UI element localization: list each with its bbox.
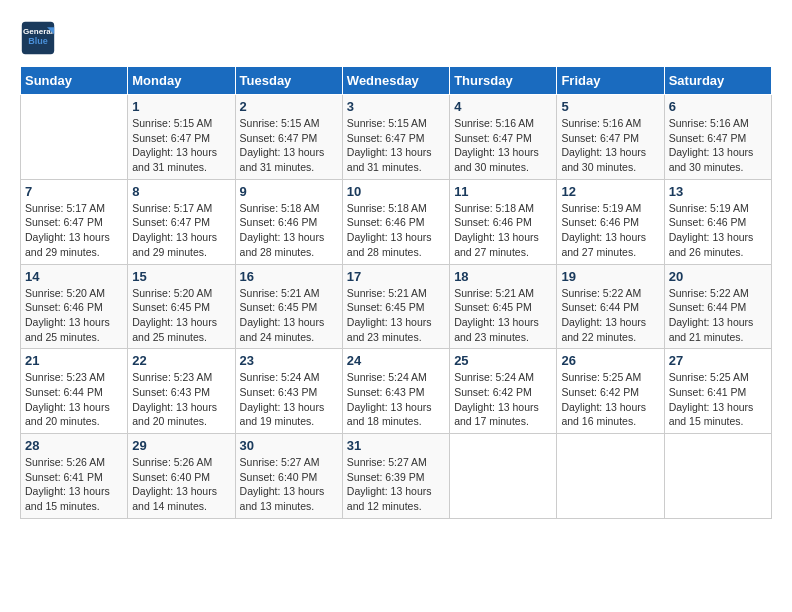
calendar-cell: 14Sunrise: 5:20 AM Sunset: 6:46 PM Dayli… xyxy=(21,264,128,349)
calendar-cell: 18Sunrise: 5:21 AM Sunset: 6:45 PM Dayli… xyxy=(450,264,557,349)
day-number: 2 xyxy=(240,99,338,114)
day-number: 28 xyxy=(25,438,123,453)
calendar-cell xyxy=(21,95,128,180)
weekday-header-friday: Friday xyxy=(557,67,664,95)
day-info: Sunrise: 5:21 AM Sunset: 6:45 PM Dayligh… xyxy=(347,286,445,345)
day-info: Sunrise: 5:24 AM Sunset: 6:43 PM Dayligh… xyxy=(240,370,338,429)
calendar-cell: 1Sunrise: 5:15 AM Sunset: 6:47 PM Daylig… xyxy=(128,95,235,180)
day-number: 27 xyxy=(669,353,767,368)
calendar-cell xyxy=(557,434,664,519)
calendar-cell: 20Sunrise: 5:22 AM Sunset: 6:44 PM Dayli… xyxy=(664,264,771,349)
calendar-cell: 17Sunrise: 5:21 AM Sunset: 6:45 PM Dayli… xyxy=(342,264,449,349)
day-info: Sunrise: 5:19 AM Sunset: 6:46 PM Dayligh… xyxy=(561,201,659,260)
day-info: Sunrise: 5:15 AM Sunset: 6:47 PM Dayligh… xyxy=(132,116,230,175)
day-info: Sunrise: 5:25 AM Sunset: 6:42 PM Dayligh… xyxy=(561,370,659,429)
day-number: 9 xyxy=(240,184,338,199)
calendar-cell: 10Sunrise: 5:18 AM Sunset: 6:46 PM Dayli… xyxy=(342,179,449,264)
calendar-cell: 16Sunrise: 5:21 AM Sunset: 6:45 PM Dayli… xyxy=(235,264,342,349)
day-number: 23 xyxy=(240,353,338,368)
calendar-cell: 26Sunrise: 5:25 AM Sunset: 6:42 PM Dayli… xyxy=(557,349,664,434)
day-info: Sunrise: 5:23 AM Sunset: 6:44 PM Dayligh… xyxy=(25,370,123,429)
day-info: Sunrise: 5:20 AM Sunset: 6:45 PM Dayligh… xyxy=(132,286,230,345)
day-number: 7 xyxy=(25,184,123,199)
day-number: 25 xyxy=(454,353,552,368)
calendar-week-row: 21Sunrise: 5:23 AM Sunset: 6:44 PM Dayli… xyxy=(21,349,772,434)
day-info: Sunrise: 5:21 AM Sunset: 6:45 PM Dayligh… xyxy=(454,286,552,345)
day-info: Sunrise: 5:15 AM Sunset: 6:47 PM Dayligh… xyxy=(240,116,338,175)
day-info: Sunrise: 5:17 AM Sunset: 6:47 PM Dayligh… xyxy=(132,201,230,260)
logo: General Blue xyxy=(20,20,56,56)
day-info: Sunrise: 5:26 AM Sunset: 6:41 PM Dayligh… xyxy=(25,455,123,514)
day-number: 12 xyxy=(561,184,659,199)
page-header: General Blue xyxy=(20,20,772,56)
day-info: Sunrise: 5:22 AM Sunset: 6:44 PM Dayligh… xyxy=(669,286,767,345)
weekday-header-tuesday: Tuesday xyxy=(235,67,342,95)
calendar-cell: 12Sunrise: 5:19 AM Sunset: 6:46 PM Dayli… xyxy=(557,179,664,264)
day-info: Sunrise: 5:16 AM Sunset: 6:47 PM Dayligh… xyxy=(669,116,767,175)
day-number: 1 xyxy=(132,99,230,114)
calendar-week-row: 7Sunrise: 5:17 AM Sunset: 6:47 PM Daylig… xyxy=(21,179,772,264)
calendar-cell: 27Sunrise: 5:25 AM Sunset: 6:41 PM Dayli… xyxy=(664,349,771,434)
day-number: 22 xyxy=(132,353,230,368)
day-info: Sunrise: 5:21 AM Sunset: 6:45 PM Dayligh… xyxy=(240,286,338,345)
day-info: Sunrise: 5:17 AM Sunset: 6:47 PM Dayligh… xyxy=(25,201,123,260)
day-info: Sunrise: 5:18 AM Sunset: 6:46 PM Dayligh… xyxy=(240,201,338,260)
day-number: 30 xyxy=(240,438,338,453)
calendar-week-row: 14Sunrise: 5:20 AM Sunset: 6:46 PM Dayli… xyxy=(21,264,772,349)
day-number: 31 xyxy=(347,438,445,453)
day-number: 15 xyxy=(132,269,230,284)
calendar-header-row: SundayMondayTuesdayWednesdayThursdayFrid… xyxy=(21,67,772,95)
calendar-cell xyxy=(664,434,771,519)
weekday-header-sunday: Sunday xyxy=(21,67,128,95)
day-info: Sunrise: 5:20 AM Sunset: 6:46 PM Dayligh… xyxy=(25,286,123,345)
calendar-week-row: 28Sunrise: 5:26 AM Sunset: 6:41 PM Dayli… xyxy=(21,434,772,519)
day-number: 5 xyxy=(561,99,659,114)
day-number: 10 xyxy=(347,184,445,199)
calendar-week-row: 1Sunrise: 5:15 AM Sunset: 6:47 PM Daylig… xyxy=(21,95,772,180)
calendar-cell: 4Sunrise: 5:16 AM Sunset: 6:47 PM Daylig… xyxy=(450,95,557,180)
day-info: Sunrise: 5:19 AM Sunset: 6:46 PM Dayligh… xyxy=(669,201,767,260)
calendar-cell: 9Sunrise: 5:18 AM Sunset: 6:46 PM Daylig… xyxy=(235,179,342,264)
day-info: Sunrise: 5:26 AM Sunset: 6:40 PM Dayligh… xyxy=(132,455,230,514)
calendar-cell: 11Sunrise: 5:18 AM Sunset: 6:46 PM Dayli… xyxy=(450,179,557,264)
weekday-header-monday: Monday xyxy=(128,67,235,95)
day-number: 11 xyxy=(454,184,552,199)
day-number: 17 xyxy=(347,269,445,284)
day-info: Sunrise: 5:18 AM Sunset: 6:46 PM Dayligh… xyxy=(347,201,445,260)
calendar-cell: 23Sunrise: 5:24 AM Sunset: 6:43 PM Dayli… xyxy=(235,349,342,434)
calendar-cell: 8Sunrise: 5:17 AM Sunset: 6:47 PM Daylig… xyxy=(128,179,235,264)
calendar-cell: 30Sunrise: 5:27 AM Sunset: 6:40 PM Dayli… xyxy=(235,434,342,519)
day-number: 16 xyxy=(240,269,338,284)
day-info: Sunrise: 5:23 AM Sunset: 6:43 PM Dayligh… xyxy=(132,370,230,429)
day-info: Sunrise: 5:16 AM Sunset: 6:47 PM Dayligh… xyxy=(454,116,552,175)
day-number: 4 xyxy=(454,99,552,114)
svg-text:General: General xyxy=(23,27,53,36)
calendar-cell: 31Sunrise: 5:27 AM Sunset: 6:39 PM Dayli… xyxy=(342,434,449,519)
calendar-cell: 2Sunrise: 5:15 AM Sunset: 6:47 PM Daylig… xyxy=(235,95,342,180)
day-number: 26 xyxy=(561,353,659,368)
calendar-cell: 28Sunrise: 5:26 AM Sunset: 6:41 PM Dayli… xyxy=(21,434,128,519)
calendar-cell: 24Sunrise: 5:24 AM Sunset: 6:43 PM Dayli… xyxy=(342,349,449,434)
day-info: Sunrise: 5:27 AM Sunset: 6:39 PM Dayligh… xyxy=(347,455,445,514)
calendar-cell: 22Sunrise: 5:23 AM Sunset: 6:43 PM Dayli… xyxy=(128,349,235,434)
day-info: Sunrise: 5:27 AM Sunset: 6:40 PM Dayligh… xyxy=(240,455,338,514)
day-number: 29 xyxy=(132,438,230,453)
day-number: 21 xyxy=(25,353,123,368)
calendar-cell: 3Sunrise: 5:15 AM Sunset: 6:47 PM Daylig… xyxy=(342,95,449,180)
calendar-cell xyxy=(450,434,557,519)
calendar-cell: 29Sunrise: 5:26 AM Sunset: 6:40 PM Dayli… xyxy=(128,434,235,519)
calendar-cell: 13Sunrise: 5:19 AM Sunset: 6:46 PM Dayli… xyxy=(664,179,771,264)
day-info: Sunrise: 5:18 AM Sunset: 6:46 PM Dayligh… xyxy=(454,201,552,260)
calendar-cell: 5Sunrise: 5:16 AM Sunset: 6:47 PM Daylig… xyxy=(557,95,664,180)
calendar-cell: 25Sunrise: 5:24 AM Sunset: 6:42 PM Dayli… xyxy=(450,349,557,434)
day-number: 20 xyxy=(669,269,767,284)
day-number: 24 xyxy=(347,353,445,368)
day-number: 6 xyxy=(669,99,767,114)
day-info: Sunrise: 5:15 AM Sunset: 6:47 PM Dayligh… xyxy=(347,116,445,175)
day-info: Sunrise: 5:16 AM Sunset: 6:47 PM Dayligh… xyxy=(561,116,659,175)
weekday-header-wednesday: Wednesday xyxy=(342,67,449,95)
svg-text:Blue: Blue xyxy=(28,36,48,46)
day-number: 3 xyxy=(347,99,445,114)
day-info: Sunrise: 5:22 AM Sunset: 6:44 PM Dayligh… xyxy=(561,286,659,345)
day-number: 8 xyxy=(132,184,230,199)
